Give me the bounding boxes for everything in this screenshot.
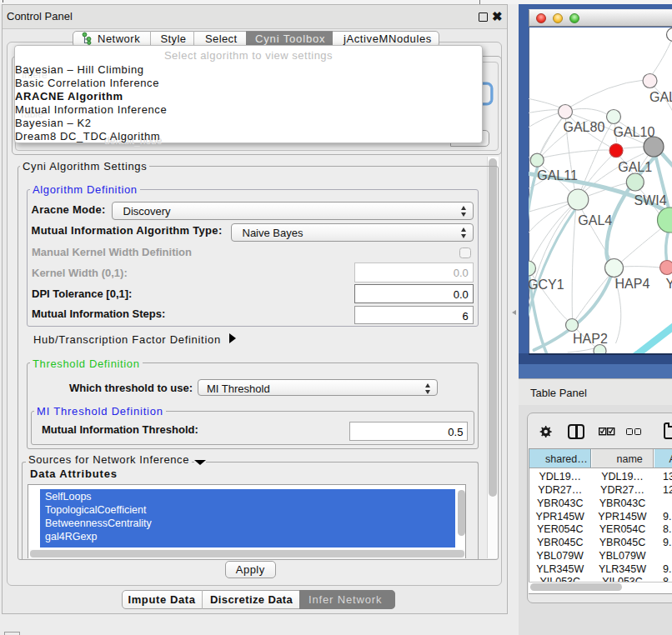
svg-text:GAL: GAL xyxy=(649,90,672,104)
svg-text:HAP2: HAP2 xyxy=(573,332,608,346)
svg-text:GAL1: GAL1 xyxy=(618,160,652,174)
svg-text:HAP4: HAP4 xyxy=(614,277,649,291)
svg-text:SWI4: SWI4 xyxy=(634,193,666,208)
svg-text:GCY1: GCY1 xyxy=(529,278,564,292)
svg-text:GAL4: GAL4 xyxy=(578,213,612,228)
svg-text:GAL11: GAL11 xyxy=(537,168,578,182)
svg-text:GAL80: GAL80 xyxy=(563,120,604,134)
svg-text:Y: Y xyxy=(665,277,672,291)
svg-text:GAL10: GAL10 xyxy=(613,125,654,139)
